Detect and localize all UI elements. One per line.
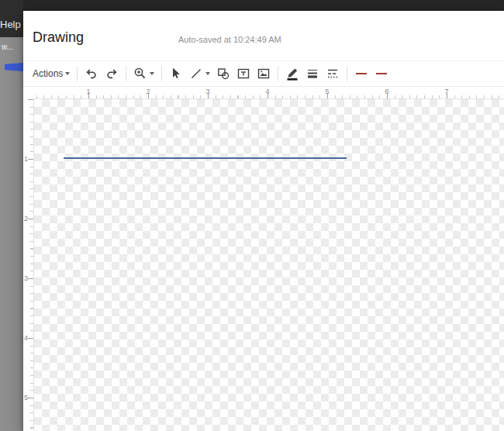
- ruler-corner: [23, 87, 34, 99]
- autosave-status: Auto-saved at 10:24:49 AM: [178, 35, 281, 44]
- line-dash-button[interactable]: [323, 64, 343, 84]
- image-icon: [257, 67, 271, 81]
- chevron-down-icon: [65, 72, 70, 75]
- dimmed-left-strip: Help w...: [0, 0, 23, 431]
- toolbar-separator: [77, 66, 78, 81]
- shape-icon: [216, 67, 230, 81]
- background-text-snippet: w...: [2, 43, 13, 51]
- line-tool-button[interactable]: [186, 64, 213, 84]
- toolbar-separator: [278, 66, 278, 81]
- ruler-number: 1: [86, 88, 90, 95]
- undo-button[interactable]: [81, 64, 102, 84]
- dimmed-top-strip: [0, 0, 504, 11]
- shape-tool-button[interactable]: [213, 64, 233, 84]
- drawing-dialog: Drawing Auto-saved at 10:24:49 AM Action…: [23, 11, 504, 431]
- chevron-down-icon: [150, 72, 154, 75]
- chevron-down-icon: [205, 72, 210, 75]
- actions-menu-button[interactable]: Actions: [29, 64, 73, 84]
- toolbar-separator: [126, 66, 126, 81]
- text-box-icon: [236, 67, 250, 81]
- ruler-number: 4: [265, 88, 269, 95]
- toolbar: Actions: [23, 60, 504, 87]
- line-weight-button[interactable]: [302, 64, 323, 84]
- background-blue-shape: [5, 63, 23, 71]
- redo-button[interactable]: [102, 64, 122, 84]
- vertical-ruler: 1 2 3 4 5: [23, 99, 34, 431]
- redo-icon: [105, 67, 119, 81]
- ruler-number: 6: [385, 88, 388, 95]
- zoom-button[interactable]: [130, 64, 157, 84]
- line-start-icon: [354, 67, 368, 81]
- line-end-button[interactable]: [371, 64, 392, 84]
- undo-icon: [85, 67, 98, 81]
- ruler-number: 2: [146, 88, 150, 95]
- actions-label: Actions: [33, 68, 63, 79]
- ruler-number: 5: [24, 394, 28, 402]
- line-weight-icon: [306, 67, 319, 81]
- drawn-line[interactable]: [64, 157, 347, 159]
- ruler-number: 3: [24, 274, 28, 282]
- ruler-number: 2: [24, 215, 28, 222]
- ruler-number: 3: [205, 88, 209, 95]
- ruler-number: 5: [325, 88, 329, 95]
- toolbar-separator: [347, 66, 347, 81]
- line-tool-icon: [189, 67, 203, 81]
- line-dash-icon: [326, 67, 340, 81]
- drawing-canvas[interactable]: [34, 99, 504, 431]
- zoom-icon: [133, 67, 147, 81]
- ruler-number: 4: [24, 334, 28, 342]
- ruler-number: 1: [24, 155, 28, 163]
- horizontal-ruler: 1 2 3 4 5 6 7: [34, 87, 504, 99]
- ruler-number: 7: [444, 88, 448, 95]
- line-color-pencil-icon: [285, 67, 299, 81]
- line-start-button[interactable]: [351, 64, 371, 84]
- select-cursor-icon: [169, 67, 183, 81]
- select-tool-button[interactable]: [166, 64, 186, 84]
- text-box-button[interactable]: [233, 64, 254, 84]
- line-color-button[interactable]: [282, 64, 302, 84]
- toolbar-separator: [161, 66, 162, 81]
- background-help-menu: Help: [0, 19, 21, 30]
- dialog-title: Drawing: [33, 29, 84, 46]
- line-end-icon: [375, 67, 388, 81]
- insert-image-button[interactable]: [254, 64, 274, 84]
